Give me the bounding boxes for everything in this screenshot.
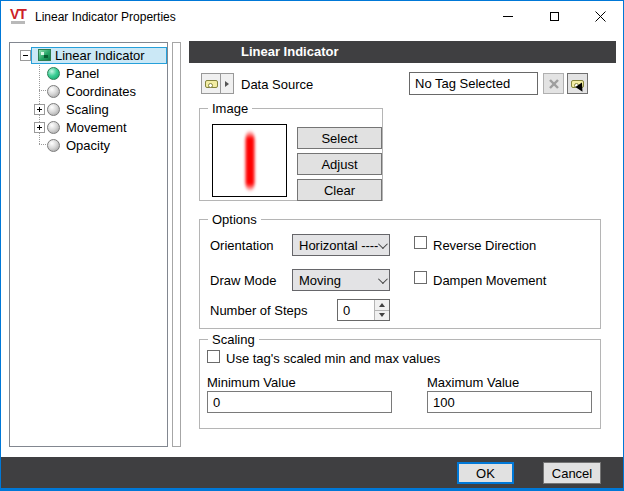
tree-item-panel[interactable]: Panel [10, 64, 167, 82]
image-group-title: Image [208, 101, 252, 116]
number-of-steps-stepper [337, 299, 390, 321]
chevron-down-icon [378, 239, 388, 249]
tree-item-opacity[interactable]: Opacity [10, 136, 167, 154]
data-source-split-button [201, 73, 234, 94]
clear-x-icon [549, 79, 559, 89]
section-header: Linear Indicator [189, 41, 616, 63]
tree-item-linear-indicator[interactable]: Linear Indicator [10, 46, 167, 64]
spin-down-icon [379, 313, 385, 317]
tag-browse-button[interactable] [201, 73, 221, 94]
close-button[interactable] [577, 1, 623, 32]
indicator-preview [212, 124, 287, 197]
maximum-value-label: Maximum Value [427, 375, 519, 390]
collapse-icon[interactable] [20, 50, 31, 61]
options-group-title: Options [208, 212, 261, 227]
maximize-button[interactable] [531, 1, 577, 32]
titlebar: VT Linear Indicator Properties [1, 1, 623, 33]
tag-menu-arrow-button[interactable] [221, 73, 234, 94]
vtscada-logo-icon: VT [10, 7, 32, 27]
minimize-icon [503, 16, 513, 17]
scaling-group-title: Scaling [208, 332, 259, 347]
tag-icon [205, 80, 218, 88]
property-tree: Linear Indicator Panel Coordinates Scali… [9, 42, 168, 447]
draw-mode-dropdown[interactable]: Moving [292, 269, 390, 291]
reverse-direction-checkbox[interactable] [414, 236, 427, 249]
options-group: Options Orientation Horizontal ---- Reve… [199, 219, 601, 329]
tree-item-coordinates[interactable]: Coordinates [10, 82, 167, 100]
clear-tag-button[interactable] [543, 73, 564, 94]
linear-indicator-icon [38, 49, 51, 61]
reverse-direction-label: Reverse Direction [433, 238, 536, 253]
maximize-icon [550, 12, 559, 21]
tree-item-label: Panel [66, 66, 99, 81]
panel-status-icon [47, 67, 60, 80]
arrow-right-icon [225, 81, 229, 87]
number-of-steps-label: Number of Steps [210, 303, 308, 318]
coordinates-status-icon [47, 85, 60, 98]
step-up-button[interactable] [375, 300, 389, 310]
orientation-value: Horizontal ---- [299, 238, 378, 253]
draw-mode-value: Moving [299, 273, 378, 288]
pick-tag-button[interactable] [567, 73, 588, 94]
scaling-status-icon [47, 103, 60, 116]
footer-bar: OK Cancel [1, 457, 623, 488]
minimize-button[interactable] [485, 1, 531, 32]
close-icon [595, 11, 606, 22]
data-source-label: Data Source [241, 77, 313, 92]
scaling-group: Scaling Use tag's scaled min and max val… [199, 339, 601, 429]
dampen-movement-checkbox[interactable] [414, 271, 427, 284]
dampen-movement-label: Dampen Movement [433, 273, 546, 288]
vtscada-logo-text: VT [10, 7, 32, 21]
tree-item-label: Scaling [66, 102, 109, 117]
expand-icon[interactable] [34, 122, 45, 133]
orientation-dropdown[interactable]: Horizontal ---- [292, 234, 390, 256]
tree-item-label: Opacity [66, 138, 110, 153]
use-tag-scaled-label: Use tag's scaled min and max values [226, 351, 440, 366]
red-indicator-image [245, 130, 254, 192]
step-down-button[interactable] [375, 310, 389, 321]
adjust-image-button[interactable]: Adjust [297, 153, 382, 175]
tree-item-movement[interactable]: Movement [10, 118, 167, 136]
cancel-button[interactable]: Cancel [543, 462, 601, 484]
ok-button[interactable]: OK [457, 462, 514, 484]
minimum-value-input[interactable] [207, 391, 392, 413]
data-source-input[interactable] [409, 72, 538, 95]
clear-image-button[interactable]: Clear [297, 179, 382, 201]
expand-icon[interactable] [34, 104, 45, 115]
tree-item-scaling[interactable]: Scaling [10, 100, 167, 118]
tree-selection[interactable]: Linear Indicator [31, 47, 167, 64]
number-of-steps-input[interactable] [338, 300, 374, 320]
minimum-value-label: Minimum Value [207, 375, 296, 390]
movement-status-icon [47, 121, 60, 134]
draw-mode-label: Draw Mode [210, 273, 276, 288]
orientation-label: Orientation [210, 238, 274, 253]
opacity-status-icon [47, 139, 60, 152]
tree-item-label: Linear Indicator [55, 48, 145, 63]
window-title: Linear Indicator Properties [35, 10, 176, 24]
tree-item-label: Coordinates [66, 84, 136, 99]
linear-indicator-properties-dialog: VT Linear Indicator Properties Linear In… [0, 0, 624, 491]
tree-item-label: Movement [66, 120, 127, 135]
spin-up-icon [379, 303, 385, 307]
panel-splitter[interactable] [172, 42, 181, 447]
maximum-value-input[interactable] [427, 391, 592, 413]
chevron-down-icon [378, 274, 388, 284]
image-group: Image Select Adjust Clear [199, 108, 383, 201]
use-tag-scaled-checkbox[interactable] [207, 350, 220, 363]
select-image-button[interactable]: Select [297, 127, 382, 149]
